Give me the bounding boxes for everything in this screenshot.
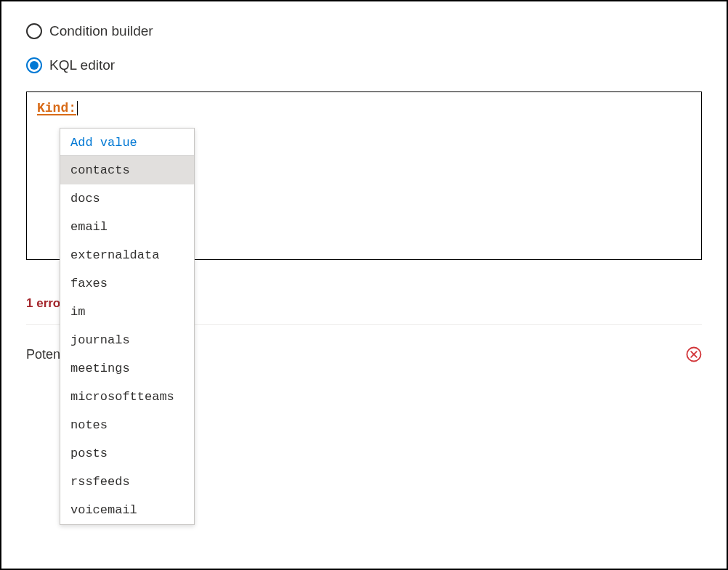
dropdown-item-notes[interactable]: notes [60,411,194,439]
dropdown-item-docs[interactable]: docs [60,184,194,213]
dropdown-item-posts[interactable]: posts [60,439,194,468]
editor-token-kind: Kind: [37,101,76,115]
radio-kql-editor[interactable]: KQL editor [26,57,702,73]
dropdown-item-journals[interactable]: journals [60,326,194,354]
radio-circle-unchecked-icon [26,23,42,39]
dropdown-item-microsoftteams[interactable]: microsoftteams [60,383,194,411]
radio-condition-builder[interactable]: Condition builder [26,23,702,39]
radio-label-condition-builder: Condition builder [49,23,153,39]
autocomplete-dropdown: Add value contactsdocsemailexternaldataf… [60,128,195,525]
dropdown-item-im[interactable]: im [60,298,194,326]
dropdown-item-externaldata[interactable]: externaldata [60,241,194,269]
dropdown-list: contactsdocsemailexternaldatafaxesimjour… [60,156,194,524]
radio-label-kql-editor: KQL editor [49,57,115,73]
close-icon[interactable] [686,346,702,362]
radio-circle-checked-icon [26,57,42,73]
dropdown-item-rssfeeds[interactable]: rssfeeds [60,468,194,496]
dropdown-item-contacts[interactable]: contacts [60,156,194,184]
dropdown-item-meetings[interactable]: meetings [60,354,194,383]
text-cursor-icon [77,101,78,115]
dropdown-item-faxes[interactable]: faxes [60,269,194,298]
dropdown-header: Add value [60,129,194,156]
dropdown-item-email[interactable]: email [60,213,194,241]
radio-inner-dot-icon [30,61,39,70]
dropdown-item-voicemail[interactable]: voicemail [60,496,194,524]
